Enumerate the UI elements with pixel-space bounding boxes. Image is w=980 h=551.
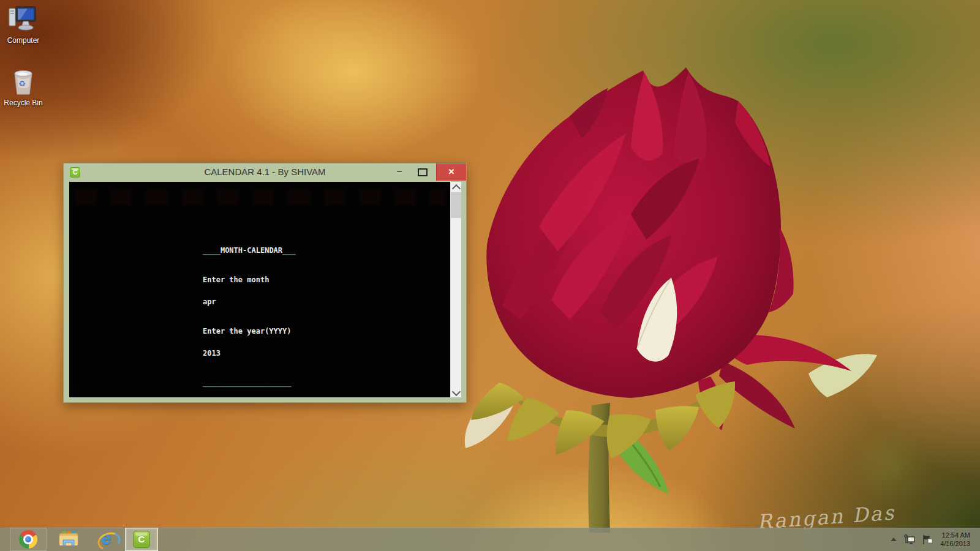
console-scrollbar[interactable]	[450, 182, 461, 397]
desktop-icon-recycle-bin[interactable]: ♻ Recycle Bin	[2, 66, 44, 107]
console-text: ____MONTH-CALENDAR___ Enter the month ap…	[203, 232, 296, 397]
scroll-down-icon	[452, 388, 461, 396]
minimize-button[interactable]: –	[390, 163, 409, 181]
taskbar-clock[interactable]: 12:54 AM 4/16/2013	[940, 531, 970, 548]
internet-explorer-icon: e	[97, 530, 118, 549]
console-ghost-artifact	[75, 189, 445, 205]
desktop: Rangan Das Computer ♻ Recycle Bin C CALE…	[0, 0, 980, 551]
calendar-app-icon: C	[133, 531, 150, 548]
file-explorer-icon	[59, 531, 78, 548]
console-heading: MONTH-CALENDAR	[221, 246, 282, 255]
console-input-year: 2013	[203, 350, 296, 357]
ie-orbit-ring	[96, 530, 123, 551]
calendar-app-window: C CALENDAR 4.1 - By SHIVAM – ✕ ____MONTH…	[63, 163, 467, 403]
console-output: ____MONTH-CALENDAR___ Enter the month ap…	[69, 182, 451, 397]
recycle-symbol: ♻	[18, 79, 26, 88]
close-button[interactable]: ✕	[436, 163, 466, 181]
taskbar-chrome-button[interactable]	[10, 528, 47, 551]
chrome-icon	[19, 530, 37, 549]
desktop-icon-computer[interactable]: Computer	[2, 5, 44, 45]
network-icon[interactable]	[903, 534, 916, 544]
maximize-button[interactable]	[412, 163, 431, 181]
console-prompt-year: Enter the year(YYYY)	[203, 328, 296, 335]
taskbar: e C 12:54 AM 4/16/2013	[0, 528, 980, 551]
scroll-down-button[interactable]	[451, 387, 461, 397]
desktop-icon-label: Computer	[2, 36, 44, 45]
console-bottom-rule: ____________________	[203, 379, 296, 386]
scroll-thumb[interactable]	[451, 192, 461, 218]
tray-date: 4/16/2013	[940, 539, 970, 548]
maximize-icon	[418, 168, 428, 176]
dahlia-flower	[429, 43, 894, 533]
console-prompt-month: Enter the month	[203, 276, 296, 283]
scroll-up-icon	[452, 184, 461, 193]
console-heading-line: ____MONTH-CALENDAR___	[203, 247, 296, 254]
recycle-bin-icon: ♻	[10, 66, 37, 98]
window-titlebar[interactable]: C CALENDAR 4.1 - By SHIVAM – ✕	[64, 163, 466, 182]
system-tray: 12:54 AM 4/16/2013	[891, 528, 980, 551]
show-hidden-icons-button[interactable]	[891, 538, 897, 541]
tray-time: 12:54 AM	[940, 531, 970, 539]
scroll-up-button[interactable]	[451, 182, 461, 192]
computer-icon	[7, 5, 39, 36]
taskbar-calendar-app-button[interactable]: C	[125, 528, 158, 551]
taskbar-file-explorer-button[interactable]	[51, 528, 86, 551]
action-center-flag-icon[interactable]	[922, 534, 933, 545]
desktop-icon-label: Recycle Bin	[2, 99, 44, 107]
taskbar-internet-explorer-button[interactable]: e	[91, 528, 125, 551]
console-input-month: apr	[203, 298, 296, 305]
